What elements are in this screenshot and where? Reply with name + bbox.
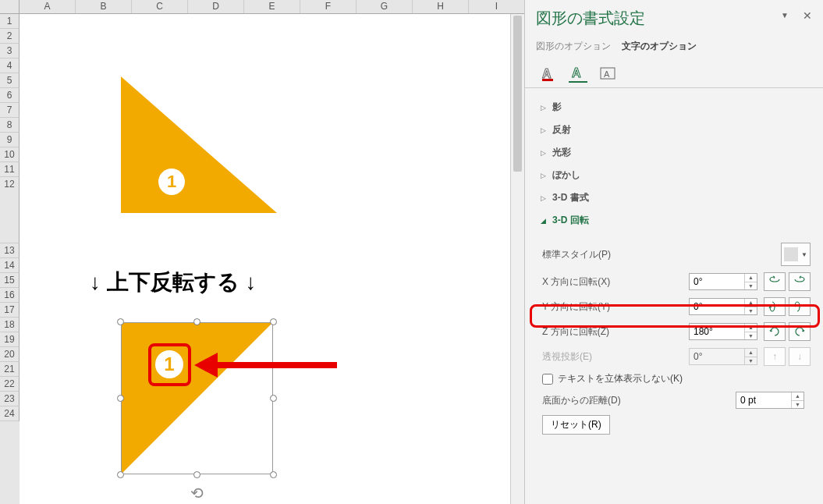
rotate-handle-icon[interactable]: ⟲	[190, 484, 204, 502]
column-header[interactable]: H	[413, 0, 469, 13]
section-3d-rotation[interactable]: ◢3-D 回転	[536, 209, 812, 232]
row-header[interactable]: 15	[0, 273, 20, 288]
resize-handle[interactable]	[270, 395, 277, 402]
column-header[interactable]: A	[20, 0, 76, 13]
tab-text-options[interactable]: 文字のオプション	[622, 40, 697, 56]
column-headers: ABCDEFGHI	[0, 0, 524, 14]
column-header[interactable]: E	[244, 0, 300, 13]
panel-close-icon[interactable]: ✕	[803, 9, 812, 22]
row-header[interactable]: 19	[0, 332, 20, 347]
shape-number-badge: 1	[155, 350, 183, 378]
row-header[interactable]: 21	[0, 362, 20, 377]
resize-handle[interactable]	[270, 318, 277, 325]
row-header[interactable]: 24	[0, 406, 20, 421]
resize-handle[interactable]	[193, 318, 200, 325]
resize-handle[interactable]	[117, 471, 124, 478]
row-header[interactable]: 20	[0, 347, 20, 362]
text-effects-icon[interactable]: A	[569, 64, 587, 83]
spin-up-icon[interactable]: ▲	[744, 274, 757, 282]
preset-label: 標準スタイル(P)	[542, 248, 781, 261]
scrollbar-thumb[interactable]	[513, 16, 522, 172]
tab-shape-options[interactable]: 図形のオプション	[536, 40, 611, 56]
column-header[interactable]: G	[357, 0, 413, 13]
spin-up-icon[interactable]: ▲	[791, 392, 803, 401]
text-fill-outline-icon[interactable]: A	[539, 64, 558, 83]
triangle-shape-2-selected[interactable]: ⟲ 1	[121, 322, 273, 474]
row-header[interactable]: 12	[0, 177, 20, 243]
distance-label: 底面からの距離(D)	[542, 394, 736, 407]
perspective-input: ▲▼	[689, 348, 757, 365]
spin-down-icon[interactable]: ▼	[744, 332, 757, 340]
column-header[interactable]: B	[76, 0, 132, 13]
column-header[interactable]: C	[132, 0, 188, 13]
resize-handle[interactable]	[117, 395, 124, 402]
column-header[interactable]	[0, 0, 20, 13]
spin-down-icon[interactable]: ▼	[744, 307, 757, 315]
section-soft-edges[interactable]: ▷ぼかし	[536, 164, 812, 186]
panel-options-dropdown-icon[interactable]: ▼	[781, 11, 789, 20]
row-header[interactable]: 3	[0, 44, 20, 59]
svg-text:A: A	[572, 66, 581, 80]
row-header[interactable]: 8	[0, 118, 20, 133]
keep-text-flat-checkbox[interactable]: テキストを立体表示しない(K)	[542, 372, 811, 385]
rotate-z-ccw-icon[interactable]	[764, 322, 786, 341]
row-header[interactable]: 9	[0, 133, 20, 147]
row-header[interactable]: 2	[0, 29, 20, 44]
x-rotation-input[interactable]: ▲▼	[689, 273, 757, 290]
row-header[interactable]: 14	[0, 258, 20, 273]
triangle-shape-1[interactable]: 1	[121, 76, 277, 216]
section-3d-format[interactable]: ▷3-D 書式	[536, 186, 812, 209]
row-header[interactable]: 4	[0, 59, 20, 73]
vertical-scrollbar[interactable]	[510, 14, 524, 504]
z-rotation-input[interactable]: ▲▼	[689, 323, 757, 340]
rotate-x-right-icon[interactable]	[789, 272, 811, 291]
resize-handle[interactable]	[117, 318, 124, 325]
column-header[interactable]: F	[300, 0, 357, 13]
reset-button[interactable]: リセット(R)	[542, 415, 610, 435]
svg-text:A: A	[604, 69, 610, 79]
selection-box	[121, 322, 273, 474]
spreadsheet-area: ABCDEFGHI 123456789101112131415161718192…	[0, 0, 524, 504]
resize-handle[interactable]	[193, 471, 200, 478]
row-header[interactable]: 13	[0, 243, 20, 258]
section-reflection[interactable]: ▷反射	[536, 119, 812, 141]
spin-up-icon[interactable]: ▲	[744, 324, 757, 332]
format-shape-panel: 図形の書式設定 ▼ ✕ 図形のオプション 文字のオプション A A A ▷影 ▷…	[524, 0, 823, 504]
column-header[interactable]: I	[469, 0, 525, 13]
y-rotation-input[interactable]: ▲▼	[689, 298, 757, 315]
row-header[interactable]: 5	[0, 73, 20, 88]
perspective-label: 透視投影(E)	[542, 350, 689, 364]
rotate-x-left-icon[interactable]	[764, 272, 786, 291]
svg-text:A: A	[542, 67, 552, 80]
panel-title: 図形の書式設定	[536, 8, 812, 29]
svg-marker-0	[121, 76, 277, 213]
y-rotation-label: Y 方向に回転(Y)	[542, 300, 689, 314]
rotate-y-down-icon[interactable]	[789, 297, 811, 316]
worksheet-canvas[interactable]: 1 ↓ 上下反転する ↓ ⟲ 1	[20, 14, 509, 504]
annotation-arrow-line	[216, 362, 337, 368]
distance-input[interactable]: ▲▼	[736, 392, 804, 409]
column-header[interactable]: D	[188, 0, 244, 13]
row-header[interactable]: 22	[0, 377, 20, 392]
rotate-z-cw-icon[interactable]	[789, 322, 811, 341]
row-header[interactable]: 16	[0, 288, 20, 303]
row-header[interactable]: 18	[0, 318, 20, 332]
resize-handle[interactable]	[270, 471, 277, 478]
rotate-y-up-icon[interactable]	[764, 297, 786, 316]
textbox-icon[interactable]: A	[598, 64, 617, 83]
row-header[interactable]: 17	[0, 303, 20, 318]
spin-down-icon[interactable]: ▼	[744, 282, 757, 290]
row-header[interactable]: 1	[0, 14, 20, 29]
section-glow[interactable]: ▷光彩	[536, 141, 812, 164]
preset-style-dropdown[interactable]: ▼	[781, 243, 811, 266]
row-header[interactable]: 11	[0, 162, 20, 177]
row-header[interactable]: 6	[0, 88, 20, 103]
row-header[interactable]: 23	[0, 392, 20, 406]
row-headers: 123456789101112131415161718192021222324	[0, 14, 20, 504]
spin-up-icon[interactable]: ▲	[744, 299, 757, 307]
row-header[interactable]: 7	[0, 103, 20, 118]
row-header[interactable]: 10	[0, 147, 20, 162]
spin-down-icon[interactable]: ▼	[791, 401, 803, 409]
perspective-down-icon: ↓	[789, 347, 811, 366]
section-shadow[interactable]: ▷影	[536, 96, 812, 119]
